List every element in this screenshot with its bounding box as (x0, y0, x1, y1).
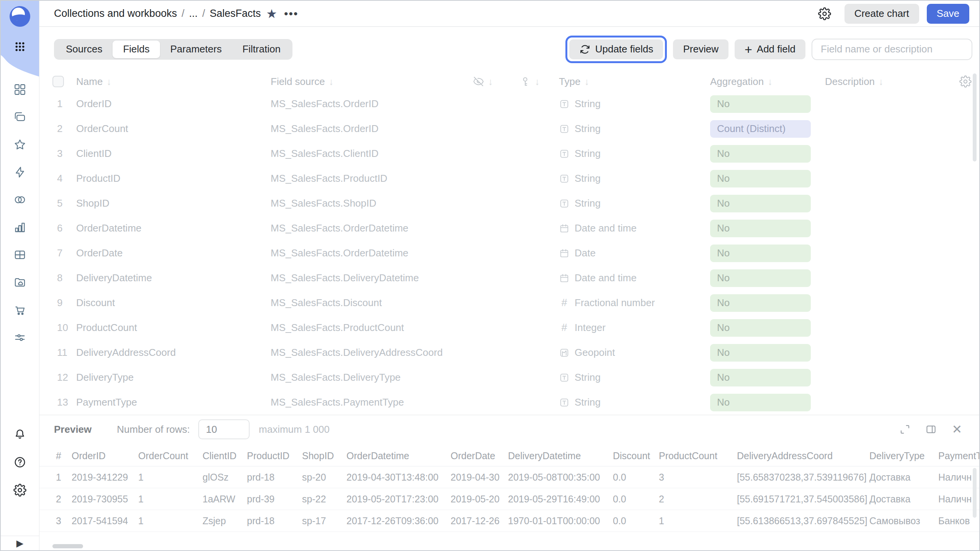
column-header-description[interactable]: Description (825, 76, 875, 88)
linked-circles-icon[interactable] (12, 192, 28, 207)
aggregation-select[interactable]: No (710, 319, 811, 337)
tab-sources[interactable]: Sources (56, 41, 113, 58)
field-aggregation-cell: No (710, 294, 825, 312)
bar-chart-icon[interactable] (12, 220, 28, 235)
create-chart-button[interactable]: Create chart (844, 4, 919, 24)
string-type-icon (559, 99, 570, 109)
field-name: OrderDatetime (76, 222, 271, 234)
calendar-type-icon (559, 248, 570, 259)
aggregation-select[interactable]: No (710, 269, 811, 287)
breadcrumb-ellipsis[interactable]: ... (189, 8, 198, 20)
tab-filtration[interactable]: Filtration (232, 41, 291, 58)
column-header-field-source[interactable]: Field source (271, 76, 325, 88)
breadcrumb-root[interactable]: Collections and workbooks (54, 8, 177, 20)
split-view-icon[interactable] (925, 423, 937, 435)
field-search-input[interactable] (812, 39, 972, 60)
field-row[interactable]: 4ProductIDMS_SalesFacts.ProductIDStringN… (52, 166, 979, 191)
preview-cell: Самовывоз (869, 515, 938, 527)
tab-fields[interactable]: Fields (113, 41, 160, 58)
aggregation-select[interactable]: No (710, 95, 811, 113)
add-field-button[interactable]: + Add field (735, 39, 805, 59)
field-row[interactable]: 12DeliveryTypeMS_SalesFacts.DeliveryType… (52, 365, 979, 390)
preview-cell: 2019-05-29T16:49:00 (508, 494, 613, 505)
shopping-cart-icon[interactable] (12, 302, 28, 318)
sort-arrow-icon[interactable]: ↓ (535, 76, 540, 87)
preview-column-header: ClientID (203, 450, 247, 461)
preview-cell: 1970-01-01T00:00:00 (508, 515, 613, 527)
column-header-type[interactable]: Type (559, 76, 580, 88)
sliders-icon[interactable] (12, 330, 28, 345)
aggregation-select[interactable]: No (710, 145, 811, 163)
sidebar-bottom-nav (1, 427, 39, 498)
bell-icon[interactable] (12, 427, 28, 442)
field-row[interactable]: 13PaymentTypeMS_SalesFacts.PaymentTypeSt… (52, 390, 979, 415)
favorite-star-icon[interactable]: ★ (266, 8, 277, 20)
field-type-label: Date and time (575, 272, 637, 284)
aggregation-select[interactable]: No (710, 369, 811, 386)
preview-cell: 2019-05-20T17:23:00 (346, 494, 451, 505)
preview-button[interactable]: Preview (673, 39, 728, 59)
field-row[interactable]: 2OrderCountMS_SalesFacts.OrderIDStringCo… (52, 116, 979, 141)
key-icon[interactable] (519, 76, 531, 87)
column-header-name[interactable]: Name (76, 76, 103, 88)
sort-arrow-icon[interactable]: ↓ (106, 76, 111, 87)
preview-header: Preview Number of rows: maximum 1 000 (39, 415, 979, 443)
column-header-aggregation[interactable]: Aggregation (710, 76, 764, 88)
preview-cell: 2019-730955 (72, 494, 138, 505)
table-grid-icon[interactable] (12, 247, 28, 262)
aggregation-select[interactable]: Count (Distinct) (710, 120, 811, 138)
string-type-icon (559, 397, 570, 408)
collections-icon[interactable] (12, 109, 28, 125)
dataset-settings-icon[interactable] (818, 7, 831, 21)
select-all-checkbox[interactable] (52, 76, 64, 87)
expand-icon[interactable] (899, 423, 911, 435)
aggregation-select[interactable]: No (710, 220, 811, 237)
sort-arrow-icon[interactable]: ↓ (879, 76, 884, 87)
field-row-number: 13 (52, 396, 76, 408)
preview-vertical-scrollbar[interactable] (973, 468, 977, 518)
aggregation-select[interactable]: No (710, 170, 811, 187)
field-row[interactable]: 8DeliveryDatetimeMS_SalesFacts.DeliveryD… (52, 266, 979, 290)
field-row[interactable]: 5ShopIDMS_SalesFacts.ShopIDStringNo (52, 191, 979, 216)
preview-cell: 1 (659, 515, 737, 527)
expand-sidebar-icon[interactable]: ▶ (16, 539, 23, 548)
aggregation-select[interactable]: No (710, 344, 811, 362)
help-icon[interactable] (12, 455, 28, 470)
field-row[interactable]: 7OrderDateMS_SalesFacts.OrderDatetimeDat… (52, 241, 979, 266)
more-menu-icon[interactable]: ••• (284, 8, 299, 20)
preview-cell: Zsjep (203, 515, 247, 527)
field-row[interactable]: 3ClientIDMS_SalesFacts.ClientIDStringNo (52, 141, 979, 166)
field-row[interactable]: 9DiscountMS_SalesFacts.Discount#Fraction… (52, 290, 979, 315)
favorites-star-icon[interactable] (12, 137, 28, 152)
preview-horizontal-scrollbar[interactable] (52, 544, 83, 548)
apps-grid-icon[interactable] (13, 40, 27, 54)
field-row-number: 10 (52, 322, 76, 334)
aggregation-select[interactable]: No (710, 294, 811, 312)
tab-parameters[interactable]: Parameters (160, 41, 232, 58)
sort-arrow-icon[interactable]: ↓ (584, 76, 589, 87)
field-source: MS_SalesFacts.Discount (271, 297, 473, 309)
aggregation-select[interactable]: No (710, 245, 811, 262)
field-row[interactable]: 1OrderIDMS_SalesFacts.OrderIDStringNo (52, 91, 979, 116)
field-row[interactable]: 11DeliveryAddressCoordMS_SalesFacts.Deli… (52, 340, 979, 365)
fields-vertical-scrollbar[interactable] (973, 73, 977, 161)
save-button[interactable]: Save (927, 4, 969, 24)
lightning-icon[interactable] (12, 165, 28, 180)
grid-squares-icon[interactable] (12, 82, 28, 97)
folder-cloud-icon[interactable] (12, 275, 28, 290)
aggregation-select[interactable]: No (710, 195, 811, 212)
sort-arrow-icon[interactable]: ↓ (329, 76, 334, 87)
table-settings-gear-icon[interactable] (959, 75, 972, 88)
field-type: String (559, 148, 710, 160)
rows-count-input[interactable] (198, 419, 250, 439)
field-row[interactable]: 10ProductCountMS_SalesFacts.ProductCount… (52, 315, 979, 340)
close-icon[interactable]: ✕ (951, 423, 963, 435)
sort-arrow-icon[interactable]: ↓ (768, 76, 773, 87)
update-fields-button[interactable]: Update fields (569, 39, 663, 59)
sort-arrow-icon[interactable]: ↓ (488, 76, 493, 87)
settings-icon[interactable] (12, 483, 28, 498)
datalens-logo[interactable] (9, 5, 31, 28)
hidden-eye-icon[interactable] (473, 76, 484, 87)
field-row[interactable]: 6OrderDatetimeMS_SalesFacts.OrderDatetim… (52, 216, 979, 241)
aggregation-select[interactable]: No (710, 394, 811, 411)
